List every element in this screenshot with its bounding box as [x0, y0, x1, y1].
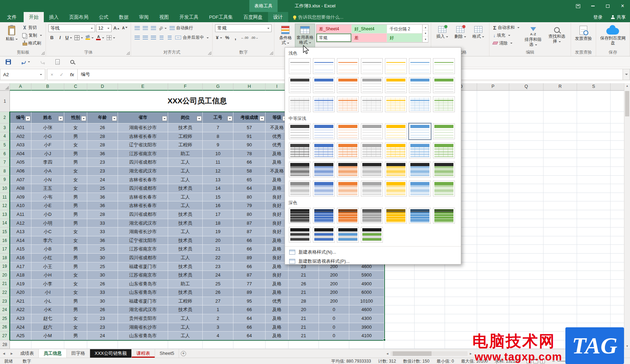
column-header-P[interactable]: P: [477, 83, 509, 91]
cell-E6[interactable]: 江苏省南京市: [118, 150, 168, 158]
cell-R13[interactable]: [543, 210, 577, 219]
cell-I28[interactable]: [266, 340, 289, 349]
cell-F9[interactable]: 工人: [168, 176, 203, 184]
cell-D9[interactable]: 24: [87, 176, 118, 184]
cell-Q21[interactable]: [509, 280, 543, 289]
orientation-button[interactable]: ab: [158, 24, 167, 32]
format-cells-button[interactable]: 格式: [470, 24, 487, 50]
cell-R10[interactable]: [543, 184, 577, 193]
cell-P3[interactable]: [477, 123, 509, 132]
cell-P21[interactable]: [477, 280, 509, 289]
cell-E5[interactable]: 辽宁省沈阳市: [118, 141, 168, 150]
cell-P9[interactable]: [477, 176, 509, 184]
cell-style-好[interactable]: 好: [387, 34, 422, 42]
cell-N28[interactable]: [415, 340, 445, 349]
sheet-tab-XXX公司销售额[interactable]: XXX公司销售额: [90, 349, 132, 358]
cell-R4[interactable]: [543, 132, 577, 141]
align-left-button[interactable]: [133, 34, 141, 42]
cell-B25[interactable]: 赵七: [31, 314, 64, 323]
cell-S2[interactable]: [577, 112, 611, 123]
cell-P22[interactable]: [477, 288, 509, 297]
cell-D26[interactable]: 23: [87, 323, 118, 332]
table-style-thumbnail[interactable]: [433, 142, 455, 158]
cell-H2[interactable]: 考核成绩: [233, 112, 266, 123]
filter-button-工号[interactable]: [227, 116, 232, 121]
cell-Q22[interactable]: [509, 288, 543, 297]
cell-H22[interactable]: 89: [233, 288, 266, 297]
row-header-13[interactable]: 13: [0, 210, 10, 219]
ribbon-tab-审阅[interactable]: 审阅: [134, 12, 154, 22]
cell-H21[interactable]: 77: [233, 280, 266, 289]
cell-I25[interactable]: 及格: [266, 314, 289, 323]
cell-D25[interactable]: 23: [87, 314, 118, 323]
select-all-button[interactable]: [0, 83, 10, 91]
cell-H3[interactable]: 57: [233, 123, 266, 132]
cell-H26[interactable]: 66: [233, 323, 266, 332]
cell-G4[interactable]: 8: [203, 132, 233, 141]
column-header-E[interactable]: E: [118, 83, 168, 91]
cell-P17[interactable]: [477, 245, 509, 254]
table-style-thumbnail[interactable]: [433, 123, 455, 139]
cell-D19[interactable]: 25: [87, 262, 118, 271]
cell-F7[interactable]: 工人: [168, 158, 203, 167]
cell-S24[interactable]: [577, 305, 611, 314]
name-box[interactable]: A2: [0, 69, 45, 80]
gallery-more-button[interactable]: ▼: [423, 36, 428, 42]
cell-J24[interactable]: 20: [289, 305, 319, 314]
cell-B2[interactable]: 姓名: [31, 112, 64, 123]
cell-R8[interactable]: [543, 167, 577, 176]
table-style-thumbnail[interactable]: [289, 123, 311, 139]
table-style-thumbnail[interactable]: [409, 142, 431, 158]
cell-style-差[interactable]: 差: [352, 34, 387, 42]
cell-B9[interactable]: 小N: [31, 176, 64, 184]
cell-D20[interactable]: 30: [87, 271, 118, 280]
cell-C19[interactable]: 男: [64, 262, 87, 271]
cell-P15[interactable]: [477, 228, 509, 236]
cell-G6[interactable]: 10: [203, 150, 233, 158]
cell-Q15[interactable]: [509, 228, 543, 236]
cell-G24[interactable]: 1: [203, 305, 233, 314]
cell-E18[interactable]: 四川省成都市: [118, 254, 168, 262]
cell-M27[interactable]: [384, 332, 415, 340]
cell-I24[interactable]: 及格: [266, 305, 289, 314]
cell-M26[interactable]: [384, 323, 415, 332]
cell-S1[interactable]: [577, 91, 611, 112]
cell-R23[interactable]: [543, 297, 577, 306]
cell-F26[interactable]: 工人: [168, 323, 203, 332]
cell-F23[interactable]: 工程师: [168, 297, 203, 306]
cell-N26[interactable]: [415, 323, 445, 332]
cell-R9[interactable]: [543, 176, 577, 184]
cell-A26[interactable]: A24: [10, 323, 31, 332]
cell-A6[interactable]: A04: [10, 150, 31, 158]
cell-H13[interactable]: 80: [233, 210, 266, 219]
cell-N21[interactable]: [415, 280, 445, 289]
cell-Q4[interactable]: [509, 132, 543, 141]
table-style-thumbnail[interactable]: [409, 123, 431, 139]
cell-B3[interactable]: 小张: [31, 123, 64, 132]
cell-E22[interactable]: 山东省青岛市: [118, 288, 168, 297]
ribbon-tab-开发工具[interactable]: 开发工具: [174, 12, 204, 22]
cell-S21[interactable]: [577, 280, 611, 289]
phonetic-guide-button[interactable]: [106, 34, 116, 42]
cell-C24[interactable]: 男: [64, 305, 87, 314]
column-header-C[interactable]: C: [64, 83, 87, 91]
cell-I27[interactable]: 及格: [266, 332, 289, 340]
cell-R22[interactable]: [543, 288, 577, 297]
cell-B26[interactable]: 赵六: [31, 323, 64, 332]
cell-D13[interactable]: 28: [87, 210, 118, 219]
sheet-tab-员工信息[interactable]: 员工信息: [39, 349, 67, 358]
table-style-thumbnail[interactable]: [433, 96, 455, 112]
cell-A8[interactable]: A06: [10, 167, 31, 176]
cell-F10[interactable]: 技术员: [168, 184, 203, 193]
cell-C5[interactable]: 女: [64, 141, 87, 150]
cell-C10[interactable]: 女: [64, 184, 87, 193]
cell-F12[interactable]: 工人: [168, 201, 203, 210]
cell-R18[interactable]: [543, 254, 577, 262]
qat-document-button[interactable]: [55, 59, 60, 65]
cell-F2[interactable]: 岗位: [168, 112, 203, 123]
cell-F13[interactable]: 技术员: [168, 210, 203, 219]
cell-Q25[interactable]: [509, 314, 543, 323]
table-style-thumbnail[interactable]: [361, 162, 383, 177]
qat-undo-button[interactable]: [22, 60, 30, 64]
cell-N27[interactable]: [415, 332, 445, 340]
